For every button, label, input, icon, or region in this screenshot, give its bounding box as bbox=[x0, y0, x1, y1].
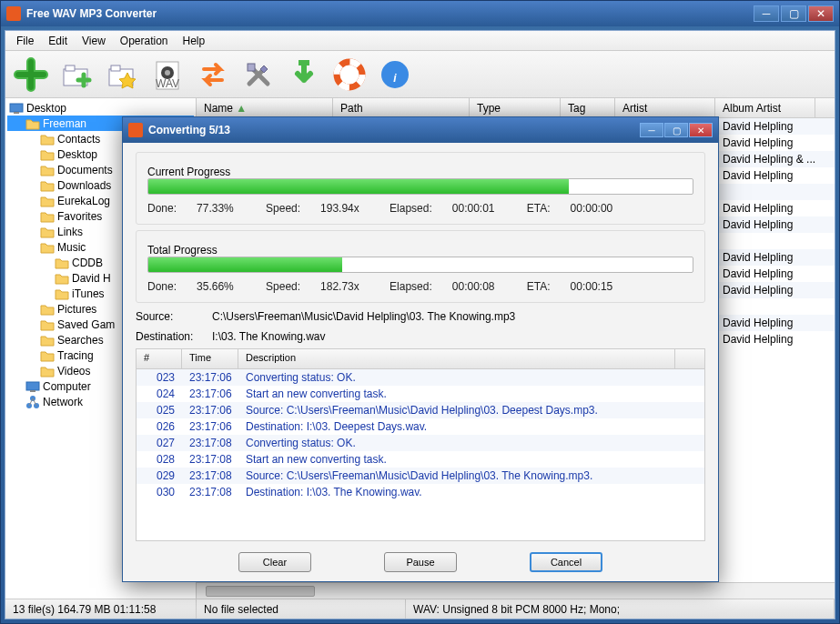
dialog-maximize-button[interactable]: ▢ bbox=[664, 123, 688, 137]
dialog-close-button[interactable]: ✕ bbox=[689, 123, 713, 137]
eta-label: ETA: bbox=[527, 202, 551, 215]
cancel-button[interactable]: Cancel bbox=[530, 552, 602, 572]
log-num: 030 bbox=[137, 485, 182, 499]
pause-button[interactable]: Pause bbox=[384, 552, 457, 572]
folder-icon bbox=[40, 225, 55, 239]
menu-operation[interactable]: Operation bbox=[113, 32, 176, 50]
svg-rect-14 bbox=[10, 104, 23, 112]
cell: David Helpling bbox=[715, 200, 815, 216]
folder-icon bbox=[40, 240, 55, 255]
minimize-button[interactable]: ─ bbox=[754, 5, 779, 22]
folder-icon bbox=[40, 302, 55, 317]
log-body[interactable]: 02323:17:06Converting status: OK.02423:1… bbox=[137, 369, 704, 540]
log-row[interactable]: 03023:17:08Destination: I:\03. The Knowi… bbox=[137, 484, 704, 500]
list-header[interactable]: Name ▲PathTypeTagArtistAlbum Artist bbox=[197, 98, 835, 118]
help-ring-icon bbox=[331, 56, 368, 93]
add-button[interactable] bbox=[11, 55, 51, 95]
log-header[interactable]: #TimeDescription bbox=[137, 349, 704, 369]
user-icon bbox=[25, 116, 40, 131]
column-header[interactable]: Type bbox=[470, 98, 561, 117]
log-num: 027 bbox=[137, 436, 182, 450]
column-header[interactable]: Album Artist bbox=[715, 98, 815, 117]
fav-folder-icon bbox=[104, 56, 140, 93]
log-num: 025 bbox=[137, 403, 182, 418]
log-row[interactable]: 02823:17:08Start an new converting task. bbox=[137, 451, 704, 468]
tree-root[interactable]: Desktop bbox=[7, 100, 194, 116]
fav-folder-button[interactable] bbox=[102, 55, 142, 95]
log-column-header[interactable]: Time bbox=[182, 349, 238, 368]
current-progress-label: Current Progress bbox=[147, 166, 230, 178]
current-elapsed: 00:00:01 bbox=[452, 202, 507, 215]
log-row[interactable]: 02923:17:08Source: C:\Users\Freeman\Musi… bbox=[137, 468, 704, 484]
total-progress-bar bbox=[147, 257, 693, 273]
dest-value: I:\03. The Knowing.wav bbox=[212, 330, 326, 343]
column-header[interactable]: Path bbox=[333, 98, 470, 117]
done-label: Done: bbox=[147, 202, 177, 215]
menu-help[interactable]: Help bbox=[176, 32, 213, 50]
tree-item-label: Desktop bbox=[57, 148, 97, 161]
log-row[interactable]: 02323:17:06Converting status: OK. bbox=[137, 369, 704, 386]
log-time: 23:17:06 bbox=[182, 419, 238, 434]
svg-rect-15 bbox=[14, 112, 19, 114]
log-row[interactable]: 02523:17:06Source: C:\Users\Freeman\Musi… bbox=[137, 402, 704, 418]
log-desc: Start an new converting task. bbox=[238, 452, 675, 467]
folder-icon bbox=[55, 287, 69, 301]
info-button[interactable]: i bbox=[375, 55, 415, 95]
speed-label: Speed: bbox=[266, 202, 300, 215]
svg-rect-16 bbox=[26, 382, 39, 390]
add-folder-button[interactable] bbox=[56, 55, 96, 95]
tree-item-label: Searches bbox=[57, 334, 104, 347]
log-time: 23:17:06 bbox=[182, 370, 238, 385]
source-label: Source: bbox=[136, 310, 199, 323]
menu-file[interactable]: File bbox=[9, 32, 41, 50]
convert-button[interactable] bbox=[193, 55, 233, 95]
log-time: 23:17:06 bbox=[182, 403, 238, 418]
log-desc: Converting status: OK. bbox=[238, 436, 675, 450]
tree-item-label: Network bbox=[43, 396, 83, 408]
tree-item-label: Computer bbox=[43, 380, 91, 393]
column-header[interactable]: Artist bbox=[615, 98, 715, 117]
svg-rect-1 bbox=[66, 65, 75, 71]
log-column-header[interactable]: Description bbox=[238, 349, 675, 368]
log-row[interactable]: 02423:17:06Start an new converting task. bbox=[137, 386, 704, 402]
tree-item-label: EurekaLog bbox=[57, 195, 110, 207]
clear-button[interactable]: Clear bbox=[238, 552, 311, 572]
settings-icon bbox=[240, 56, 277, 93]
folder-icon bbox=[40, 348, 55, 363]
cell: David Helpling bbox=[715, 167, 815, 184]
log-row[interactable]: 02723:17:08Converting status: OK. bbox=[137, 435, 704, 451]
menu-view[interactable]: View bbox=[75, 32, 113, 50]
help-ring-button[interactable] bbox=[329, 55, 369, 95]
maximize-button[interactable]: ▢ bbox=[781, 5, 806, 22]
cell: David Helpling bbox=[715, 249, 815, 266]
tree-root-label: Desktop bbox=[26, 102, 66, 115]
dialog-minimize-button[interactable]: ─ bbox=[640, 123, 663, 137]
log-column-header[interactable]: # bbox=[137, 349, 182, 368]
folder-icon bbox=[40, 364, 55, 378]
log-desc: Source: C:\Users\Freeman\Music\David Hel… bbox=[238, 468, 675, 483]
status-right: WAV: Unsigned 8 bit PCM 8000 Hz; Mono; bbox=[406, 599, 835, 619]
cell: David Helpling bbox=[715, 118, 815, 135]
current-progress-bar bbox=[147, 178, 693, 195]
elapsed-label: Elapsed: bbox=[390, 280, 432, 293]
speed-label: Speed: bbox=[266, 280, 300, 293]
close-button[interactable]: ✕ bbox=[808, 5, 834, 22]
cell bbox=[715, 305, 815, 308]
svg-rect-8 bbox=[248, 64, 255, 71]
log-time: 23:17:08 bbox=[182, 485, 238, 499]
download-button[interactable] bbox=[284, 55, 324, 95]
converting-dialog: Converting 5/13 ─ ▢ ✕ Current Progress D… bbox=[122, 116, 719, 582]
download-icon bbox=[286, 56, 322, 93]
log-row[interactable]: 02623:17:06Destination: I:\03. Deepest D… bbox=[137, 418, 704, 435]
column-header[interactable]: Tag bbox=[561, 98, 615, 117]
doc-wav-button[interactable]: WAV bbox=[147, 55, 187, 95]
log-desc: Converting status: OK. bbox=[238, 370, 675, 385]
h-scrollbar[interactable] bbox=[197, 582, 835, 599]
tree-item-label: Saved Gam bbox=[57, 318, 115, 331]
titlebar[interactable]: Free WAV MP3 Converter ─ ▢ ✕ bbox=[1, 1, 839, 26]
column-header[interactable]: Name ▲ bbox=[197, 98, 333, 117]
menu-edit[interactable]: Edit bbox=[41, 32, 75, 50]
settings-button[interactable] bbox=[238, 55, 278, 95]
dialog-titlebar[interactable]: Converting 5/13 ─ ▢ ✕ bbox=[123, 117, 718, 143]
tree-item-label: Freeman bbox=[43, 117, 86, 130]
